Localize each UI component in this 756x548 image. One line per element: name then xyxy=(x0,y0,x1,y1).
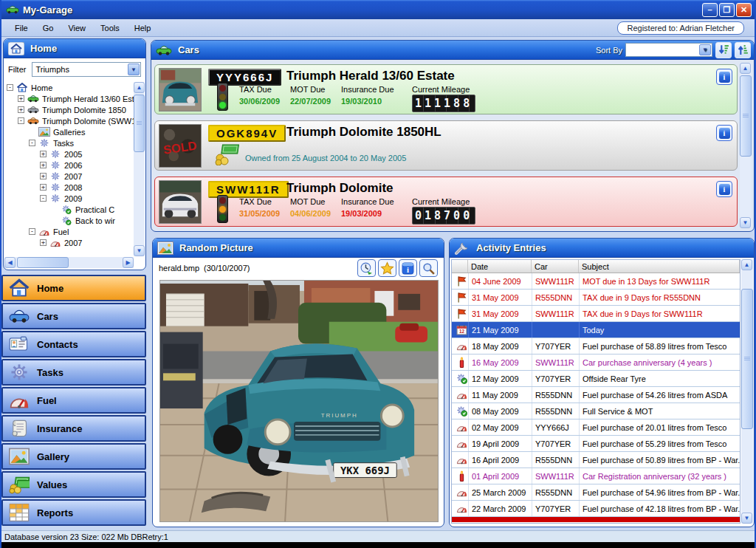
tree-item-2007[interactable]: +2007 xyxy=(4,237,134,248)
tree-item-2006[interactable]: +2006 xyxy=(4,160,134,171)
random-picture-photo[interactable]: TRIUMPH YKX 669J xyxy=(159,280,439,522)
column-header-subject[interactable]: Subject xyxy=(579,260,740,273)
minimize-button[interactable]: – xyxy=(702,3,718,17)
tree-scroll-thumb[interactable] xyxy=(134,95,145,152)
nav-insurance-button[interactable]: Insurance xyxy=(1,415,146,442)
nav-contacts-button[interactable]: Contacts xyxy=(1,331,146,357)
tree-expander-minus-icon[interactable]: - xyxy=(40,195,47,202)
activity-row[interactable]: 02 May 2009YYY666JFuel purchase of 20.01… xyxy=(452,419,740,436)
activity-row[interactable]: 1221 May 2009Today xyxy=(452,322,740,338)
tree-item-practical-c[interactable]: Practical C xyxy=(4,204,134,215)
tree-expander-minus-icon[interactable]: - xyxy=(29,140,35,146)
tree-item-triumph-dolomite-sww111r[interactable]: -Triumph Dolomite (SWW111R) xyxy=(4,115,134,126)
magnifier-button[interactable] xyxy=(419,259,438,277)
tree-expander-minus-icon[interactable]: - xyxy=(7,84,13,91)
tree-expander-plus-icon[interactable]: + xyxy=(40,151,47,157)
activity-row[interactable]: 16 April 2009R555DNNFuel purchase of 50.… xyxy=(452,452,740,468)
activity-row[interactable]: 31 May 2009R555DNNTAX due in 9 Days for … xyxy=(452,290,740,306)
filter-dropdown[interactable]: Triumphs ▼ xyxy=(32,62,141,77)
tree-item-fuel[interactable]: -Fuel xyxy=(4,226,134,237)
tree-expander-minus-icon[interactable]: - xyxy=(18,117,24,124)
activity-row[interactable]: 22 March 2009Y707YERFuel purchase of 42.… xyxy=(452,501,740,517)
activity-row[interactable]: 12 May 2009Y707YEROffside Rear Tyre xyxy=(452,371,740,387)
car-info-button[interactable]: i xyxy=(716,181,732,197)
scroll-down-icon[interactable]: ▼ xyxy=(740,217,751,228)
tree-item-tasks[interactable]: -Tasks xyxy=(4,137,134,148)
scroll-up-icon[interactable]: ▲ xyxy=(134,82,145,93)
menu-file[interactable]: File xyxy=(7,21,35,35)
tree-expander-plus-icon[interactable]: + xyxy=(40,162,47,168)
tree-expander-minus-icon[interactable]: - xyxy=(29,228,35,235)
tree-item-home[interactable]: -Home xyxy=(4,82,134,93)
tree-expander-plus-icon[interactable]: + xyxy=(40,239,47,246)
nav-fuel-button[interactable]: Fuel xyxy=(1,387,146,414)
column-header-date[interactable]: Date xyxy=(468,260,532,273)
sort-descending-button[interactable] xyxy=(715,42,732,58)
maximize-button[interactable]: ❐ xyxy=(719,3,735,17)
tree-item-triumph-herald-13-60-estate[interactable]: +Triumph Herald 13/60 Estate xyxy=(4,93,134,104)
favourite-star-button[interactable] xyxy=(378,259,396,277)
chevron-down-icon[interactable]: ▼ xyxy=(128,64,140,75)
svg-text:i: i xyxy=(407,265,409,273)
car-info-button[interactable]: i xyxy=(716,69,732,85)
tree-expander-plus-icon[interactable]: + xyxy=(18,95,24,102)
scroll-up-icon[interactable]: ▲ xyxy=(740,63,751,74)
activity-row[interactable]: 08 May 2009R555DNNFull Service & MOT xyxy=(452,403,740,419)
activity-row[interactable]: 19 April 2009Y707YERFuel purchase of 55.… xyxy=(452,436,740,452)
close-button[interactable]: ✕ xyxy=(736,3,752,17)
menu-view[interactable]: View xyxy=(61,21,93,35)
tree-item-triumph-dolomite-1850[interactable]: +Triumph Dolomite 1850 xyxy=(4,104,134,115)
tree-item-2008[interactable]: +2008 xyxy=(4,182,134,193)
nav-reports-button[interactable]: Reports xyxy=(1,499,146,526)
activity-row[interactable]: 11 May 2009R555DNNFuel purchase of 54.26… xyxy=(452,387,740,403)
registered-to-button[interactable]: Registered to: Adrian Fletcher xyxy=(617,21,744,35)
column-header-car[interactable]: Car xyxy=(532,260,579,273)
tree-expander-plus-icon[interactable]: + xyxy=(40,173,47,179)
activity-row[interactable]: 16 May 2009SWW111RCar purchase anniversa… xyxy=(452,355,740,371)
activity-row[interactable]: 01 April 2009SWW111RCar Registration ann… xyxy=(452,468,740,484)
car-row-yyy666j[interactable]: YYY666J Triumph Herald 13/60 Estate TAX … xyxy=(154,64,738,114)
car-row-sww111r[interactable]: SWW111R Triumph Dolomite TAX Due 31/05/2… xyxy=(154,177,738,227)
nav-gallery-button[interactable]: Gallery xyxy=(1,443,146,470)
activity-row[interactable]: 04 June 2009SWW111RMOT due in 13 Days fo… xyxy=(452,273,740,290)
nav-cars-button[interactable]: Cars xyxy=(1,303,146,329)
sort-by-dropdown[interactable]: ▼ xyxy=(625,43,712,57)
info-button[interactable]: i xyxy=(399,259,417,277)
car-info-button[interactable]: i xyxy=(716,125,732,141)
scroll-down-icon[interactable]: ▼ xyxy=(134,245,145,256)
activity-row[interactable]: 18 May 2009Y707YERFuel purchase of 58.89… xyxy=(452,338,740,355)
tree-item-back-to-wir[interactable]: Back to wir xyxy=(4,215,134,226)
home-icon xyxy=(9,278,30,298)
nav-values-button[interactable]: Values xyxy=(1,471,146,498)
scroll-left-icon[interactable]: ◀ xyxy=(4,257,16,268)
tree-expander-plus-icon[interactable]: + xyxy=(40,184,47,191)
car-row-ogk894v[interactable]: SOLD OGK894V Triumph Dolomite 1850HL Own… xyxy=(154,120,738,171)
activity-vertical-scrollbar[interactable]: ▲ ▼ xyxy=(741,259,753,524)
svg-text:TRIUMPH: TRIUMPH xyxy=(321,412,358,419)
scroll-right-icon[interactable]: ▶ xyxy=(123,257,134,268)
slideshow-button[interactable] xyxy=(357,259,376,277)
activity-row[interactable]: 25 March 2009R555DNNFuel purchase of 54.… xyxy=(452,484,740,501)
tree-item-2009[interactable]: -2009 xyxy=(4,193,134,204)
tree-expander-plus-icon[interactable]: + xyxy=(18,106,24,113)
menu-go[interactable]: Go xyxy=(35,21,61,35)
sort-ascending-button[interactable] xyxy=(735,42,751,58)
nav-home-button[interactable]: Home xyxy=(1,275,146,301)
activity-scroll-thumb[interactable] xyxy=(741,289,753,429)
scroll-down-icon[interactable]: ▼ xyxy=(741,513,752,524)
nav-tasks-button[interactable]: Tasks xyxy=(1,359,146,386)
menu-help[interactable]: Help xyxy=(127,21,159,35)
tree-item-galleries[interactable]: Galleries xyxy=(4,126,134,137)
scroll-up-icon[interactable]: ▲ xyxy=(741,259,752,270)
tree-item-2007[interactable]: +2007 xyxy=(4,171,134,182)
tree-hscroll-thumb[interactable] xyxy=(17,257,69,268)
cars-vertical-scrollbar[interactable]: ▲ ▼ xyxy=(740,63,752,228)
chevron-down-icon[interactable]: ▼ xyxy=(699,44,711,55)
tree-item-2005[interactable]: +2005 xyxy=(4,148,134,160)
activity-row-partial[interactable] xyxy=(452,517,740,523)
cars-scroll-thumb[interactable] xyxy=(740,75,752,157)
menu-tools[interactable]: Tools xyxy=(93,21,127,35)
activity-row[interactable]: 31 May 2009SWW111RTAX due in 9 Days for … xyxy=(452,306,740,322)
tree-vertical-scrollbar[interactable]: ▲ ▼ xyxy=(134,82,145,256)
tree-horizontal-scrollbar[interactable]: ◀ ▶ xyxy=(4,257,134,268)
